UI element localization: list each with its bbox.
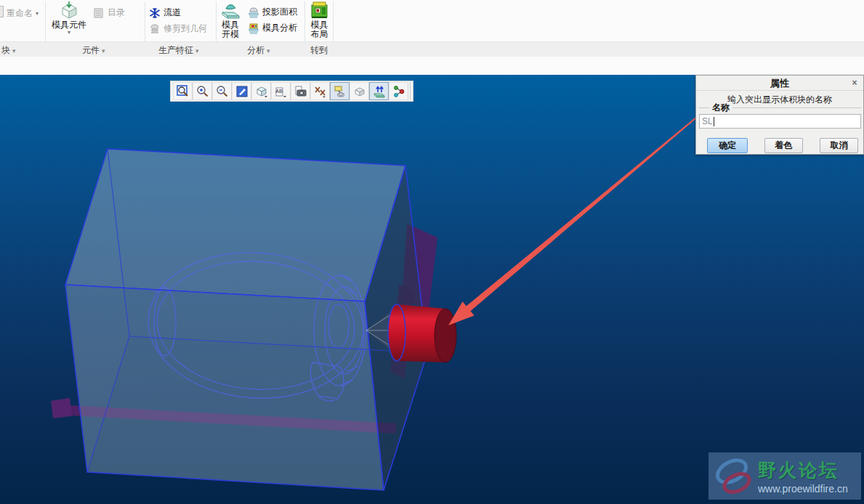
datum-display-button[interactable] [310, 82, 330, 100]
shade-button[interactable]: 着色 [764, 138, 803, 153]
trim-to-geometry-button[interactable]: 修剪到几何 [149, 23, 207, 35]
mold-opening-icon [221, 1, 241, 20]
zoom-in-icon [196, 85, 209, 98]
model-links-icon [392, 85, 405, 98]
catalog-button[interactable]: 目录 [93, 7, 125, 19]
dialog-title: 属性 [770, 78, 789, 89]
view-mode-icon [353, 85, 366, 98]
properties-dialog: 属性 × 输入突出显示体积块的名称 名称 SL 确定 着色 取消 [695, 75, 864, 155]
chevron-down-icon: ▾ [68, 30, 70, 35]
name-label: 名称 [709, 102, 732, 114]
mold-layout-button[interactable]: 模具 布局 [306, 1, 333, 39]
trim-to-geometry-label: 修剪到几何 [163, 23, 207, 35]
chevron-down-icon: ▾ [12, 47, 16, 54]
graphics-viewport[interactable]: AB [0, 75, 864, 504]
watermark-title: 野火论坛 [758, 458, 848, 482]
mold-opening-label-2: 开模 [222, 30, 239, 39]
mold-opening-sim-button[interactable] [369, 82, 389, 100]
group-goto[interactable]: 转到 [310, 44, 328, 57]
rename-label: 重命名 [7, 7, 33, 20]
catalog-label: 目录 [108, 7, 125, 19]
clipped-icon [0, 6, 4, 17]
annotation-display-button[interactable]: AB [271, 82, 291, 100]
chevron-down-icon: ▾ [267, 47, 270, 54]
mold-analysis-icon [248, 23, 259, 34]
zoom-in-button[interactable] [193, 82, 212, 100]
forum-logo [713, 457, 755, 496]
spin-center-icon [334, 85, 347, 98]
saved-views-button[interactable] [291, 82, 310, 100]
watermark-url[interactable]: www.proewildfire.cn [758, 483, 848, 495]
model-links-button[interactable] [389, 82, 408, 100]
mold-component-icon [60, 1, 79, 20]
annotation-display-icon: AB [275, 85, 288, 98]
ok-button[interactable]: 确定 [707, 138, 748, 153]
group-analysis[interactable]: 分析▾ [247, 44, 270, 57]
spin-center-button[interactable] [330, 82, 350, 100]
repaint-button[interactable] [232, 82, 251, 100]
mold-opening-button[interactable]: 模具 开模 [217, 1, 244, 39]
mold-opening-sim-icon [373, 85, 386, 98]
runner-label: 流道 [163, 7, 181, 19]
mold-analysis-label: 模具分析 [262, 22, 297, 34]
chevron-down-icon: ▾ [36, 11, 39, 16]
cancel-button[interactable]: 取消 [820, 138, 858, 153]
runner-icon [149, 7, 161, 19]
repaint-icon [235, 85, 249, 98]
forum-watermark: 野火论坛 www.proewildfire.cn [708, 452, 861, 500]
saved-views-icon [294, 85, 307, 98]
text-caret [714, 117, 714, 126]
name-input-value: SL [702, 116, 713, 126]
group-production-feature[interactable]: 生产特征▾ [158, 44, 199, 57]
mold-analysis-button[interactable]: 模具分析 [248, 22, 297, 34]
name-fieldset: 名称 [699, 107, 861, 108]
zoom-region-button[interactable] [173, 82, 193, 100]
annotation-arrow [448, 117, 697, 325]
projected-area-icon [248, 7, 259, 18]
display-style-button[interactable] [251, 82, 271, 100]
zoom-region-icon [177, 85, 190, 98]
runner-button[interactable]: 流道 [149, 7, 181, 19]
zoom-out-icon [216, 85, 229, 98]
name-input[interactable]: SL [699, 114, 861, 129]
close-icon[interactable]: × [849, 78, 860, 88]
ribbon-group-row: 块▾ 元件▾ 生产特征▾ 分析▾ 转到 [0, 41, 864, 57]
chevron-down-icon: ▾ [195, 47, 199, 54]
highlighted-volume-cylinder[interactable] [388, 304, 456, 362]
zoom-out-button[interactable] [212, 82, 232, 100]
catalog-icon [93, 7, 105, 19]
application-window: 重命名 ▾ 模具元件 ▾ 目 [0, 0, 864, 504]
rename-button[interactable]: 重命名 ▾ [7, 7, 39, 20]
mold-layout-icon [310, 1, 329, 20]
datum-display-icon [314, 85, 327, 98]
view-mode-button[interactable] [350, 82, 369, 100]
display-style-icon [255, 85, 268, 98]
group-block[interactable]: 块▾ [1, 44, 16, 57]
chevron-down-icon: ▾ [102, 47, 105, 54]
workpiece-front-faces [65, 149, 427, 490]
toolbar-separator [410, 82, 411, 100]
view-toolbar: AB [170, 81, 413, 102]
projected-area-label: 投影面积 [262, 6, 297, 18]
ribbon: 重命名 ▾ 模具元件 ▾ 目 [0, 0, 864, 57]
dialog-titlebar[interactable]: 属性 × [696, 76, 863, 91]
svg-text:AB: AB [275, 89, 283, 94]
group-component[interactable]: 元件▾ [82, 44, 105, 57]
mold-layout-label-2: 布局 [311, 30, 328, 39]
projected-area-button[interactable]: 投影面积 [248, 6, 297, 18]
mold-component-button[interactable]: 模具元件 ▾ [47, 1, 92, 35]
trim-icon [149, 23, 161, 35]
